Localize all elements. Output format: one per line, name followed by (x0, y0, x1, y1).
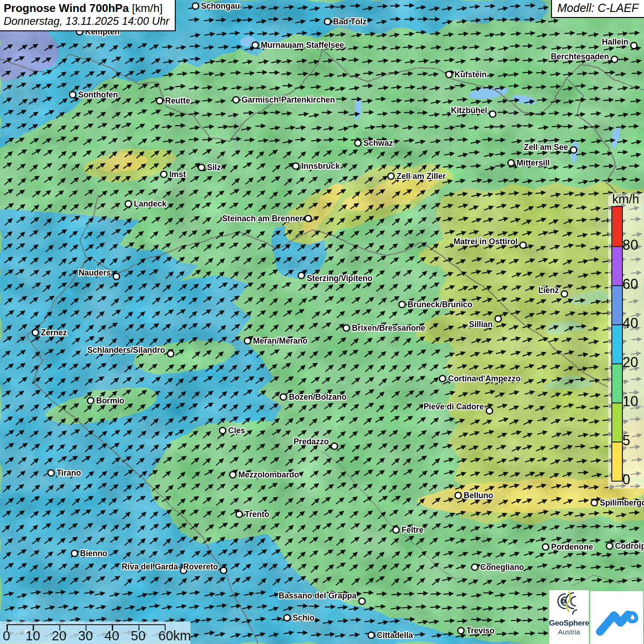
city-label: Berchtesgaden (551, 52, 609, 61)
city-label: Pieve di Cadore (424, 402, 484, 411)
map-title-box: Prognose Wind 700hPa [km/h] Donnerstag, … (0, 0, 176, 31)
scalebar-label: 10 (19, 628, 46, 644)
city: Schio (284, 613, 314, 622)
city-marker (611, 56, 618, 63)
legend-segment (612, 442, 622, 481)
city-marker (220, 567, 227, 574)
city-label: Treviso (466, 626, 494, 635)
city-marker (192, 3, 199, 9)
city-label: Kufstein (454, 70, 487, 79)
title-unit: [km/h] (129, 2, 163, 14)
city: Berchtesgaden (551, 52, 618, 63)
city: Zell am Ziller (388, 172, 446, 181)
city-marker (399, 301, 405, 308)
city-marker (458, 627, 464, 634)
city-marker (298, 272, 305, 279)
city: Bruneck/Brunico (399, 300, 472, 309)
city-label: Codroipo (615, 541, 644, 551)
city-marker (508, 160, 514, 166)
city-label: Bad Tölz (333, 17, 367, 26)
city: Imst (161, 170, 186, 179)
city-marker (439, 375, 446, 382)
city-marker (167, 351, 174, 357)
city: Mezzolombardo (230, 470, 299, 479)
city: Cortina d'Ampezzo (439, 374, 521, 383)
legend-segment (612, 207, 622, 246)
city-marker (32, 329, 39, 336)
city-marker (252, 42, 259, 48)
distance-scalebar: 0102030405060km (0, 621, 190, 644)
city-marker (591, 500, 598, 506)
city: Brixen/Bressanone (343, 323, 426, 333)
city-label: Belluno (464, 491, 493, 500)
city-label: Pordenone (551, 542, 593, 552)
city-marker (236, 511, 242, 518)
city-marker (355, 140, 361, 146)
city-label: Bozen/Bolzano (289, 392, 346, 402)
city-label: Sonthofen (78, 90, 118, 99)
city: Sterzing/Vipiteno (298, 272, 372, 283)
city-marker (161, 171, 167, 178)
scalebar-label: 60km (153, 628, 197, 644)
city-marker (343, 325, 350, 331)
city-label: Schwaz (363, 138, 393, 148)
city-label: Zell am Ziller (397, 172, 446, 181)
city-marker (87, 397, 94, 404)
legend-segment (612, 324, 622, 363)
geosphere-contours-icon (552, 590, 586, 620)
city-label: Tirano (57, 468, 81, 477)
city-label: Landeck (134, 199, 167, 208)
city-marker (219, 427, 226, 434)
legend-tick-label: 60 (622, 276, 644, 293)
city-marker (495, 316, 501, 322)
city-marker (125, 201, 132, 207)
city-label: Conegliano (480, 563, 524, 572)
city-marker (455, 492, 461, 499)
city-label: Bassano del Grappa (279, 591, 356, 600)
city-marker (113, 273, 120, 280)
city: Silz (198, 163, 221, 172)
city-label: Zell am See (524, 143, 569, 152)
city-marker (606, 543, 613, 549)
city-label: Reutte (165, 96, 190, 105)
city: Murnau am Staffelsee (252, 40, 344, 50)
city-marker (489, 111, 496, 117)
city-label: Trento (245, 510, 269, 519)
city-label: Kitzbühel (451, 106, 487, 115)
city-marker (233, 97, 239, 103)
legend-tick-label: 0 (622, 472, 644, 488)
scalebar-label: 0 (0, 628, 20, 644)
city-marker (542, 544, 549, 550)
city-label: Riva del Garda (121, 562, 178, 571)
mountain-logo-icon (594, 597, 640, 638)
city-marker (198, 164, 205, 171)
city-label: Schongau (201, 1, 240, 11)
city-label: Sillian (469, 320, 493, 329)
city-marker (570, 147, 577, 153)
city: Cles (219, 426, 245, 435)
legend-tick-label: 10 (622, 393, 644, 410)
city: Trento (236, 510, 269, 519)
city-marker (446, 71, 452, 78)
city: Garmisch-Partenkirchen (233, 95, 335, 104)
city-label: Brixen/Bressanone (352, 323, 426, 333)
city-label: Lienz (538, 286, 559, 295)
city-marker (561, 291, 568, 297)
city-marker (368, 632, 374, 638)
partner-logo-box (590, 591, 643, 644)
city-label: Mittersill (517, 158, 550, 167)
city-marker (331, 443, 338, 449)
city-marker (284, 615, 290, 621)
wind-speed-legend: km/h 051020406080 (608, 193, 644, 489)
city-marker (324, 18, 331, 25)
city-marker (244, 338, 251, 344)
city: Tirano (48, 468, 81, 477)
city-marker (69, 92, 76, 98)
city-label: Feltre (402, 525, 424, 535)
city-marker (230, 472, 236, 478)
city-label: Garmisch-Partenkirchen (242, 95, 335, 104)
geosphere-wordmark: GeoSphere (549, 619, 589, 628)
city-label: Predazzo (293, 437, 329, 446)
city-marker (305, 215, 311, 222)
page-title: Prognose Wind 700hPa [km/h] (4, 1, 169, 15)
